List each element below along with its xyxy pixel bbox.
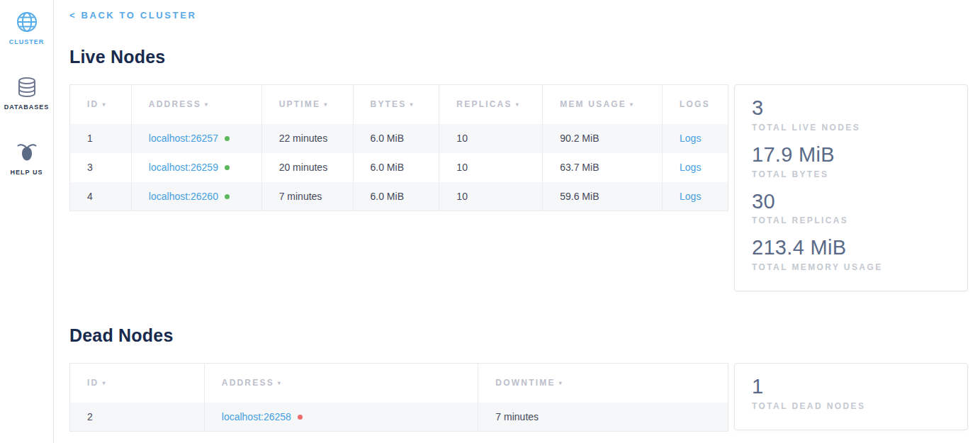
- main-content: < BACK TO CLUSTER Live Nodes ID▾ ADDRESS…: [54, 0, 980, 443]
- dead-col-header-downtime[interactable]: DOWNTIME▾: [478, 364, 728, 403]
- logs-link[interactable]: Logs: [680, 162, 701, 173]
- live-col-header-address[interactable]: ADDRESS▾: [131, 85, 261, 124]
- live-col-header-replicas[interactable]: REPLICAS▾: [439, 85, 543, 124]
- node-address-link[interactable]: localhost:26257: [149, 133, 218, 144]
- node-bytes-cell: 6.0 MiB: [353, 153, 439, 182]
- sort-arrow-icon: ▾: [102, 101, 106, 108]
- sidebar-item-databases[interactable]: DATABASES: [0, 76, 53, 111]
- node-replicas-cell: 10: [439, 153, 543, 182]
- node-address-cell: localhost:26258: [204, 403, 478, 432]
- node-address-link[interactable]: localhost:26258: [222, 411, 291, 422]
- node-logs-cell: Logs: [663, 153, 728, 182]
- stat-label: TOTAL LIVE NODES: [752, 123, 950, 133]
- stat-total-memory-usage: 213.4 MiB TOTAL MEMORY USAGE: [752, 235, 950, 272]
- stat-value: 3: [752, 96, 950, 120]
- stat-value: 213.4 MiB: [752, 235, 950, 260]
- stat-total-replicas: 30 TOTAL REPLICAS: [752, 189, 950, 226]
- sidebar-item-label: HELP US: [11, 169, 43, 176]
- dead-nodes-summary-panel: 1 TOTAL DEAD NODES: [734, 363, 968, 430]
- node-address-cell: localhost:26257: [131, 124, 261, 153]
- live-nodes-summary-panel: 3 TOTAL LIVE NODES 17.9 MiB TOTAL BYTES …: [734, 84, 968, 291]
- node-address-link[interactable]: localhost:26259: [149, 162, 218, 173]
- live-status-dot-icon: [225, 194, 230, 199]
- dead-col-header-address[interactable]: ADDRESS▾: [204, 364, 478, 403]
- stat-label: TOTAL REPLICAS: [752, 215, 950, 225]
- table-row: 1 localhost:26257 22 minutes 6.0 MiB 10 …: [70, 124, 728, 153]
- node-replicas-cell: 10: [439, 182, 543, 211]
- stat-total-live-nodes: 3 TOTAL LIVE NODES: [752, 96, 950, 133]
- node-mem-usage-cell: 59.6 MiB: [543, 182, 663, 211]
- database-icon: [17, 76, 37, 99]
- node-uptime-cell: 7 minutes: [261, 182, 353, 211]
- node-mem-usage-cell: 90.2 MiB: [543, 124, 663, 153]
- sidebar-item-cluster[interactable]: CLUSTER: [0, 11, 53, 45]
- sort-arrow-icon: ▾: [559, 380, 563, 386]
- dead-nodes-table: ID▾ ADDRESS▾ DOWNTIME▾ 2 localhost:26258…: [69, 363, 728, 432]
- sidebar-item-label: DATABASES: [4, 103, 50, 111]
- bug-icon: [15, 141, 39, 164]
- stat-label: TOTAL DEAD NODES: [752, 401, 950, 411]
- live-col-header-bytes[interactable]: BYTES▾: [353, 85, 439, 124]
- node-replicas-cell: 10: [439, 124, 543, 153]
- sort-arrow-icon: ▾: [630, 101, 634, 108]
- node-bytes-cell: 6.0 MiB: [353, 182, 439, 211]
- logs-link[interactable]: Logs: [680, 191, 701, 202]
- node-id-cell: 2: [70, 403, 205, 432]
- dead-nodes-title: Dead Nodes: [69, 325, 980, 346]
- live-nodes-title: Live Nodes: [69, 47, 980, 67]
- node-address-link[interactable]: localhost:26260: [149, 191, 218, 202]
- stat-value: 1: [752, 374, 950, 399]
- sort-arrow-icon: ▾: [205, 101, 209, 108]
- sort-arrow-icon: ▾: [516, 101, 520, 108]
- live-status-dot-icon: [225, 136, 230, 141]
- node-uptime-cell: 22 minutes: [261, 124, 353, 153]
- node-bytes-cell: 6.0 MiB: [353, 124, 439, 153]
- node-uptime-cell: 20 minutes: [261, 153, 353, 182]
- live-col-header-mem-usage[interactable]: MEM USAGE▾: [543, 85, 663, 124]
- sort-arrow-icon: ▾: [410, 101, 415, 108]
- node-address-cell: localhost:26259: [131, 153, 261, 182]
- live-nodes-section: ID▾ ADDRESS▾ UPTIME▾ BYTES▾ REPLICAS▾ ME…: [69, 84, 980, 291]
- node-downtime-cell: 7 minutes: [478, 403, 728, 432]
- back-to-cluster-link[interactable]: < BACK TO CLUSTER: [69, 10, 196, 21]
- dead-table-header-row: ID▾ ADDRESS▾ DOWNTIME▾: [70, 364, 728, 403]
- live-col-header-logs: LOGS: [663, 85, 728, 124]
- dead-nodes-section: ID▾ ADDRESS▾ DOWNTIME▾ 2 localhost:26258…: [69, 363, 980, 432]
- globe-icon: [16, 11, 38, 33]
- dead-status-dot-icon: [298, 415, 303, 420]
- node-id-cell: 4: [70, 182, 132, 211]
- stat-total-bytes: 17.9 MiB TOTAL BYTES: [752, 142, 950, 179]
- live-col-header-id[interactable]: ID▾: [70, 85, 132, 124]
- stat-total-dead-nodes: 1 TOTAL DEAD NODES: [752, 374, 950, 411]
- node-mem-usage-cell: 63.7 MiB: [543, 153, 663, 182]
- sort-arrow-icon: ▾: [102, 380, 106, 386]
- live-nodes-table: ID▾ ADDRESS▾ UPTIME▾ BYTES▾ REPLICAS▾ ME…: [69, 84, 728, 211]
- node-address-cell: localhost:26260: [131, 182, 261, 211]
- stat-label: TOTAL BYTES: [752, 169, 950, 179]
- sidebar: CLUSTER DATABASES HELP US: [0, 0, 54, 443]
- sort-arrow-icon: ▾: [278, 380, 282, 386]
- sort-arrow-icon: ▾: [324, 101, 328, 108]
- live-col-header-uptime[interactable]: UPTIME▾: [261, 85, 353, 124]
- table-row: 4 localhost:26260 7 minutes 6.0 MiB 10 5…: [70, 182, 728, 211]
- stat-label: TOTAL MEMORY USAGE: [752, 262, 950, 272]
- node-id-cell: 1: [70, 124, 132, 153]
- live-status-dot-icon: [225, 165, 230, 170]
- table-row: 2 localhost:26258 7 minutes: [70, 403, 728, 432]
- node-logs-cell: Logs: [663, 182, 728, 211]
- table-row: 3 localhost:26259 20 minutes 6.0 MiB 10 …: [70, 153, 728, 182]
- node-id-cell: 3: [70, 153, 132, 182]
- stat-value: 17.9 MiB: [752, 142, 950, 167]
- sidebar-item-help-us[interactable]: HELP US: [0, 141, 53, 176]
- live-table-header-row: ID▾ ADDRESS▾ UPTIME▾ BYTES▾ REPLICAS▾ ME…: [70, 85, 728, 124]
- node-logs-cell: Logs: [663, 124, 728, 153]
- stat-value: 30: [752, 189, 950, 214]
- sidebar-item-label: CLUSTER: [9, 38, 45, 45]
- logs-link[interactable]: Logs: [680, 133, 701, 144]
- dead-col-header-id[interactable]: ID▾: [70, 364, 205, 403]
